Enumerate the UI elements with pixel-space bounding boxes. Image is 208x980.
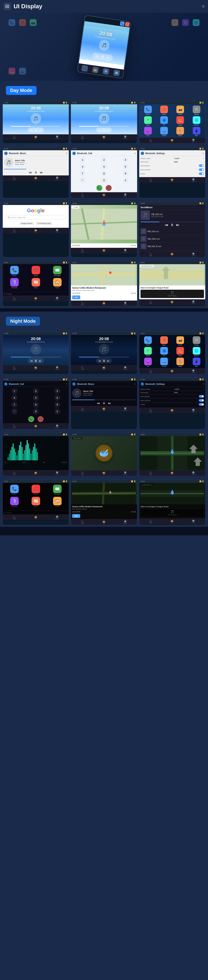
nav-dial[interactable]: 📞DIAL: [81, 193, 84, 197]
nav-dial[interactable]: 📞DIAL: [149, 369, 152, 373]
auto-connect-toggle[interactable]: [199, 399, 204, 402]
nav-apts[interactable]: ⚙️APTS: [55, 297, 59, 301]
key-9[interactable]: 9: [123, 170, 128, 177]
cp-podcasts[interactable]: 🎙️ Podcasts: [5, 497, 24, 507]
end-button[interactable]: 📵: [38, 416, 44, 422]
cp-home[interactable]: 🏠 Home: [47, 278, 67, 288]
progress-bar[interactable]: [79, 126, 129, 127]
auto-connect-toggle[interactable]: [199, 169, 204, 171]
nav-apts[interactable]: ⚙️APTS: [123, 520, 127, 524]
nav-fm[interactable]: 📻FM: [35, 515, 37, 519]
key-6[interactable]: 6: [123, 164, 128, 170]
nav-dial[interactable]: 📞DIAL: [81, 302, 84, 305]
nav-dial[interactable]: 📞DIAL: [81, 135, 84, 139]
nav-apts[interactable]: ⚙️APTS: [192, 138, 195, 142]
app-vehicle[interactable]: 🚙Vehicle: [157, 127, 172, 136]
cp-phone[interactable]: 📞 Phone: [5, 485, 24, 495]
play-btn[interactable]: ⏸: [170, 223, 174, 227]
next-button[interactable]: ⏭: [39, 129, 41, 131]
nav-fm[interactable]: 📻FM: [102, 135, 105, 139]
nav-apts[interactable]: ⚙️APTS: [55, 135, 59, 139]
track-progress[interactable]: [4, 169, 68, 169]
nav-apts[interactable]: ⚙️APTS: [55, 515, 59, 519]
nav-fm[interactable]: 📻FM: [102, 520, 105, 524]
nav-fm[interactable]: 📻FM: [35, 366, 37, 370]
key-7[interactable]: 7: [11, 402, 17, 407]
google-search-bar[interactable]: 🔍 Search or type URL: [5, 215, 66, 220]
nav-apts[interactable]: ⚙️APTS: [192, 409, 195, 412]
key-8[interactable]: 8: [101, 170, 107, 177]
key-6[interactable]: 6: [54, 395, 60, 401]
list-item[interactable]: 🎵 华夏_狂想_列.mp3: [140, 243, 204, 250]
app-music[interactable]: 🎵Music: [157, 106, 172, 115]
key-5[interactable]: 5: [101, 164, 107, 170]
nav-dial[interactable]: 📞DIAL: [13, 229, 16, 233]
nav-fm[interactable]: 📻FM: [102, 471, 105, 475]
close-btn[interactable]: ✕: [202, 153, 204, 154]
app-browser[interactable]: 🌐Browser: [189, 347, 204, 356]
nav-apts[interactable]: ⚙️APTS: [55, 177, 59, 180]
nav-dial[interactable]: 📞DIAL: [149, 520, 152, 523]
night-progress[interactable]: [72, 399, 136, 400]
nav-fm[interactable]: 📻FM: [35, 177, 37, 180]
nav-dial[interactable]: 📞DIAL: [149, 300, 152, 304]
key-5[interactable]: 5: [33, 395, 39, 401]
nav-dial[interactable]: 📞DIAL: [13, 177, 16, 180]
cp-messages[interactable]: ✉️ Messages: [47, 266, 67, 276]
nav-dial[interactable]: 📞DIAL: [81, 407, 84, 411]
answer-button[interactable]: 📞: [28, 416, 34, 422]
play-button[interactable]: ⏸: [35, 128, 37, 132]
nav-fm[interactable]: 📻FM: [171, 471, 173, 475]
key-3[interactable]: 3: [54, 388, 60, 394]
answer-button[interactable]: 📞: [96, 185, 102, 191]
nav-apts[interactable]: ⚙️APTS: [55, 229, 59, 233]
nav-dial[interactable]: 📞DIAL: [13, 135, 16, 139]
nav-fm[interactable]: 📻FM: [171, 300, 173, 304]
app-car[interactable]: 🚗Car: [140, 358, 155, 367]
play-btn[interactable]: ⏸: [102, 359, 106, 363]
prev-btn[interactable]: ⏮: [97, 401, 100, 405]
cp-podcasts[interactable]: 🎙️ Podcasts: [5, 278, 24, 288]
power-toggle[interactable]: [199, 403, 204, 406]
nav-apts[interactable]: ⚙️APTS: [192, 178, 195, 182]
apps-icon[interactable]: ⚙️: [102, 68, 109, 75]
night-go-btn[interactable]: GO: [72, 514, 80, 518]
nav-fm[interactable]: 📻FM: [35, 135, 37, 139]
auto-answer-toggle[interactable]: [199, 395, 204, 398]
close-btn[interactable]: ✕: [202, 383, 204, 385]
nav-apts[interactable]: ⚙️APTS: [192, 471, 195, 475]
nav-dial[interactable]: 📞DIAL: [81, 520, 84, 524]
play-btn[interactable]: ⏸: [35, 359, 37, 363]
nav-dial[interactable]: 📞DIAL: [149, 253, 152, 256]
next-btn[interactable]: ⏭: [176, 223, 180, 227]
key-4[interactable]: 4: [11, 395, 17, 401]
app-car[interactable]: 🚗Car: [140, 127, 155, 136]
nav-apts[interactable]: ⚙️APTS: [123, 249, 127, 253]
lucky-btn[interactable]: I'm Feeling Lucky: [36, 221, 52, 225]
night-progress[interactable]: [11, 357, 61, 357]
prev-btn[interactable]: ⏮: [99, 360, 101, 362]
next-button[interactable]: ⏭: [40, 171, 43, 174]
key-hash[interactable]: #: [54, 409, 60, 414]
nav-apts[interactable]: ⚙️APTS: [192, 253, 195, 256]
nav-apts[interactable]: ⚙️APTS: [55, 471, 59, 475]
app-maps[interactable]: 🗺️Maps: [140, 116, 155, 126]
nav-dial[interactable]: 📞DIAL: [13, 297, 16, 301]
nav-apts[interactable]: ⚙️APTS: [123, 366, 127, 370]
app-phone[interactable]: 📞Phone: [140, 106, 155, 115]
cp-home[interactable]: 🏠 Home: [47, 497, 67, 507]
key-0[interactable]: 0: [33, 409, 39, 414]
cp-news[interactable]: 📰 News: [26, 497, 46, 507]
google-search-btn[interactable]: Google Search: [19, 221, 34, 225]
app-media[interactable]: 🎙️Media: [173, 358, 188, 367]
app-settings[interactable]: ⚙️Settings: [189, 336, 204, 346]
play-btn[interactable]: ⏸: [101, 54, 104, 59]
prev-button[interactable]: ⏮: [31, 129, 33, 131]
cp-messages[interactable]: ✉️ Messages: [47, 485, 67, 495]
key-2[interactable]: 2: [33, 388, 39, 394]
key-1[interactable]: 1: [11, 388, 17, 394]
nav-fm[interactable]: 📻FM: [171, 409, 173, 412]
app-media[interactable]: 🎙️Media: [173, 127, 188, 136]
nav-dial[interactable]: 📞DIAL: [13, 425, 16, 428]
key-7[interactable]: 7: [80, 170, 85, 177]
